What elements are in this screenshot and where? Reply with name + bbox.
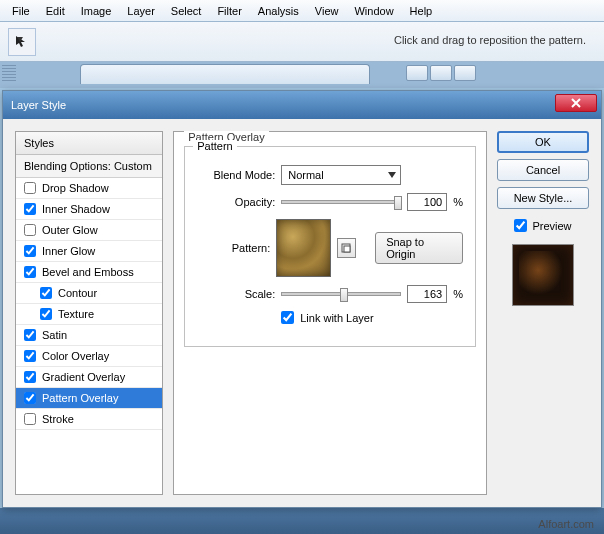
style-checkbox[interactable] <box>24 350 36 362</box>
style-checkbox[interactable] <box>40 287 52 299</box>
style-item-inner-shadow[interactable]: Inner Shadow <box>16 199 162 220</box>
opacity-input[interactable]: 100 <box>407 193 447 211</box>
style-item-gradient-overlay[interactable]: Gradient Overlay <box>16 367 162 388</box>
menu-select[interactable]: Select <box>163 2 210 20</box>
menu-filter[interactable]: Filter <box>209 2 249 20</box>
link-with-layer-checkbox[interactable] <box>281 311 294 324</box>
group-label: Pattern <box>193 140 236 152</box>
dialog-close-button[interactable] <box>555 94 597 112</box>
doc-close-button[interactable] <box>454 65 476 81</box>
style-checkbox[interactable] <box>24 245 36 257</box>
preview-checkbox[interactable] <box>514 219 527 232</box>
dialog-titlebar[interactable]: Layer Style <box>3 91 601 119</box>
scale-slider[interactable] <box>281 292 401 296</box>
background-strip <box>0 508 604 534</box>
scale-input[interactable]: 163 <box>407 285 447 303</box>
options-hint: Click and drag to reposition the pattern… <box>394 34 586 46</box>
preview-label: Preview <box>532 220 571 232</box>
menu-image[interactable]: Image <box>73 2 120 20</box>
cancel-button[interactable]: Cancel <box>497 159 589 181</box>
pattern-overlay-panel: Pattern Overlay Pattern Blend Mode: Norm… <box>173 131 487 495</box>
menu-file[interactable]: File <box>4 2 38 20</box>
pattern-swatch[interactable] <box>276 219 330 277</box>
snap-to-origin-button[interactable]: Snap to Origin <box>375 232 463 264</box>
style-item-pattern-overlay[interactable]: Pattern Overlay <box>16 388 162 409</box>
style-item-color-overlay[interactable]: Color Overlay <box>16 346 162 367</box>
style-label: Contour <box>58 287 97 299</box>
doc-min-button[interactable] <box>406 65 428 81</box>
blending-options[interactable]: Blending Options: Custom <box>16 155 162 178</box>
opacity-slider[interactable] <box>281 200 401 204</box>
new-swatch-icon <box>341 243 351 253</box>
menu-analysis[interactable]: Analysis <box>250 2 307 20</box>
menubar: File Edit Image Layer Select Filter Anal… <box>0 0 604 22</box>
style-label: Pattern Overlay <box>42 392 118 404</box>
style-checkbox[interactable] <box>24 182 36 194</box>
panel-grip-icon[interactable] <box>2 65 16 83</box>
style-label: Outer Glow <box>42 224 98 236</box>
pattern-picker-button[interactable] <box>337 238 356 258</box>
styles-header[interactable]: Styles <box>16 132 162 155</box>
ok-button[interactable]: OK <box>497 131 589 153</box>
layer-style-dialog: Layer Style Styles Blending Options: Cus… <box>2 90 602 508</box>
document-tab[interactable] <box>80 64 370 84</box>
style-checkbox[interactable] <box>24 203 36 215</box>
style-item-bevel-and-emboss[interactable]: Bevel and Emboss <box>16 262 162 283</box>
menu-layer[interactable]: Layer <box>119 2 163 20</box>
style-checkbox[interactable] <box>24 329 36 341</box>
style-checkbox[interactable] <box>40 308 52 320</box>
slider-thumb[interactable] <box>340 288 348 302</box>
style-label: Bevel and Emboss <box>42 266 134 278</box>
percent-label: % <box>453 196 463 208</box>
scale-label: Scale: <box>197 288 275 300</box>
menu-help[interactable]: Help <box>402 2 441 20</box>
percent-label: % <box>453 288 463 300</box>
style-label: Texture <box>58 308 94 320</box>
link-with-layer-label: Link with Layer <box>300 312 373 324</box>
style-item-contour[interactable]: Contour <box>16 283 162 304</box>
move-tool-icon[interactable] <box>8 28 36 56</box>
svg-rect-1 <box>344 246 350 252</box>
style-checkbox[interactable] <box>24 371 36 383</box>
style-item-satin[interactable]: Satin <box>16 325 162 346</box>
style-label: Stroke <box>42 413 74 425</box>
style-label: Satin <box>42 329 67 341</box>
close-icon <box>571 98 581 108</box>
doc-restore-button[interactable] <box>430 65 452 81</box>
tool-flyout-icon <box>17 37 33 53</box>
blend-mode-value: Normal <box>288 169 323 181</box>
style-checkbox[interactable] <box>24 224 36 236</box>
menu-view[interactable]: View <box>307 2 347 20</box>
blend-mode-label: Blend Mode: <box>197 169 275 181</box>
pattern-label: Pattern: <box>197 242 270 254</box>
blend-mode-dropdown[interactable]: Normal <box>281 165 401 185</box>
options-bar: Click and drag to reposition the pattern… <box>0 22 604 62</box>
style-label: Inner Shadow <box>42 203 110 215</box>
opacity-label: Opacity: <box>197 196 275 208</box>
style-item-outer-glow[interactable]: Outer Glow <box>16 220 162 241</box>
pattern-group: Pattern Blend Mode: Normal Opacity: 100 … <box>184 146 476 347</box>
style-item-texture[interactable]: Texture <box>16 304 162 325</box>
dialog-title-text: Layer Style <box>11 99 66 111</box>
style-checkbox[interactable] <box>24 266 36 278</box>
menu-window[interactable]: Window <box>346 2 401 20</box>
style-label: Gradient Overlay <box>42 371 125 383</box>
style-item-inner-glow[interactable]: Inner Glow <box>16 241 162 262</box>
style-checkbox[interactable] <box>24 392 36 404</box>
style-label: Inner Glow <box>42 245 95 257</box>
chevron-down-icon <box>388 172 396 178</box>
preview-swatch <box>512 244 574 306</box>
style-item-drop-shadow[interactable]: Drop Shadow <box>16 178 162 199</box>
slider-thumb[interactable] <box>394 196 402 210</box>
dialog-buttons: OK Cancel New Style... Preview <box>497 131 589 495</box>
new-style-button[interactable]: New Style... <box>497 187 589 209</box>
watermark: Alfoart.com <box>538 518 594 530</box>
styles-list: Styles Blending Options: Custom Drop Sha… <box>15 131 163 495</box>
menu-edit[interactable]: Edit <box>38 2 73 20</box>
style-item-stroke[interactable]: Stroke <box>16 409 162 430</box>
style-label: Drop Shadow <box>42 182 109 194</box>
style-checkbox[interactable] <box>24 413 36 425</box>
document-strip <box>0 62 604 88</box>
style-label: Color Overlay <box>42 350 109 362</box>
